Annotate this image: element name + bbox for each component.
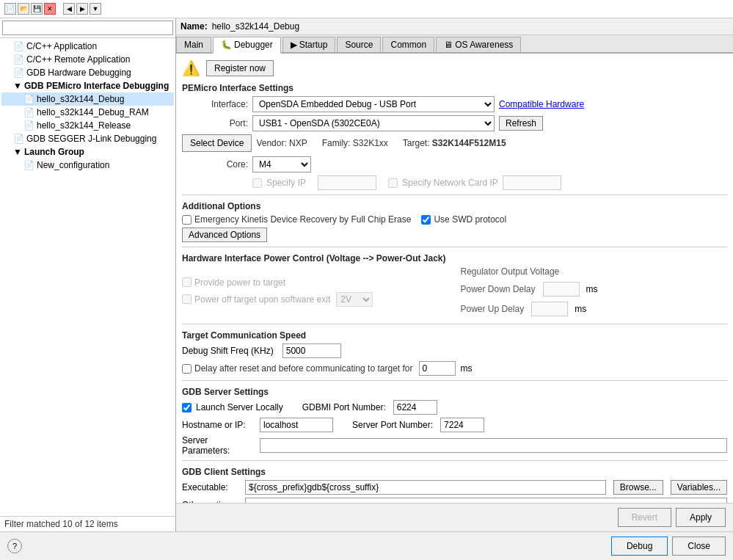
tab-startup[interactable]: ▶ Startup (282, 37, 336, 52)
os-icon: 🖥 (444, 40, 453, 50)
nav-forward-icon[interactable]: ▶ (76, 3, 88, 15)
register-now-button[interactable]: Register now (206, 60, 274, 76)
tab-source[interactable]: Source (337, 37, 381, 52)
select-device-button[interactable]: Select Device (182, 134, 252, 152)
emergency-kinetis-label: Emergency Kinetis Device Recovery by Ful… (194, 214, 411, 225)
delay-checkbox[interactable] (182, 364, 192, 374)
power-off-checkbox[interactable] (182, 294, 192, 304)
specify-ip-label: Specify IP (266, 178, 306, 188)
hello-debug-icon: 📄 (23, 94, 34, 104)
refresh-button[interactable]: Refresh (499, 116, 543, 131)
hello-release-icon: 📄 (23, 120, 34, 131)
server-port-label: Server Port Number: (352, 420, 433, 430)
tab-main[interactable]: Main (176, 37, 211, 52)
specify-ip-input[interactable] (318, 175, 376, 190)
regulator-label: Regulator Output Voltage (461, 266, 560, 277)
close-icon[interactable]: ✕ (44, 3, 56, 15)
tree-item-gdb-segger[interactable]: 📄 GDB SEGGER J-Link Debugging (1, 132, 174, 145)
other-options-row: Other options: (182, 498, 727, 503)
delay-input[interactable] (419, 361, 456, 376)
filter-status: Filter matched 10 of 12 items (0, 516, 175, 531)
tab-common[interactable]: Common (382, 37, 434, 52)
content-area: ⚠️ Register now PEMicro Interface Settin… (176, 54, 733, 503)
tree-item-hello-debug[interactable]: 📄 hello_s32k144_Debug (1, 92, 174, 106)
tree-item-new-config[interactable]: 📄 New_configuration (1, 159, 174, 172)
toolbar: 📄 📂 💾 ✕ ◀ ▶ ▼ (4, 3, 101, 15)
browse-button[interactable]: Browse... (613, 480, 663, 495)
gdb-segger-icon: 📄 (13, 134, 24, 144)
cpp-app-icon: 📄 (13, 41, 24, 51)
use-swd-checkbox[interactable] (421, 215, 431, 225)
family-label: Family: S32K1xx (322, 138, 388, 148)
gdb-hw-icon: 📄 (13, 68, 24, 78)
other-options-input[interactable] (245, 498, 727, 503)
port-select[interactable]: USB1 - OpenSDA (5302CE0A) (252, 115, 495, 131)
debug-shift-input[interactable] (282, 343, 341, 358)
core-select[interactable]: M4 (252, 156, 311, 172)
port-row: Port: USB1 - OpenSDA (5302CE0A) Refresh (182, 115, 727, 131)
specify-ip-checkbox[interactable] (252, 178, 262, 188)
power-up-label: Power Up Delay (461, 304, 525, 314)
delay-label: Delay after reset and before communicati… (194, 363, 413, 374)
debugger-tab-icon: 🐛 (221, 40, 232, 50)
tree-item-cpp-remote[interactable]: 📄 C/C++ Remote Application (1, 53, 174, 66)
power-off-label: Power off target upon software exit (194, 294, 330, 305)
search-bar (0, 18, 175, 38)
provide-power-checkbox[interactable] (182, 277, 192, 287)
launch-locally-label: Launch Server Locally (196, 402, 283, 412)
title-bar: 📄 📂 💾 ✕ ◀ ▶ ▼ (0, 0, 733, 18)
hardware-power-title: Hardware Interface Power Control (Voltag… (182, 253, 727, 263)
bottom-action-bar: Revert Apply (176, 503, 733, 531)
provide-power-row: Provide power to target (182, 277, 449, 288)
executable-input[interactable] (245, 480, 606, 495)
variables-button[interactable]: Variables... (671, 480, 727, 495)
ms-label-1: ms (586, 284, 598, 294)
debug-button[interactable]: Debug (611, 537, 668, 556)
tab-debugger[interactable]: 🐛 Debugger (213, 37, 281, 54)
bottom-bar: ? Debug Close (0, 531, 733, 560)
delay-ms-label: ms (461, 363, 473, 374)
specify-network-card-input[interactable] (503, 175, 561, 190)
server-params-input[interactable] (260, 438, 727, 453)
compatible-hardware-link[interactable]: Compatible Hardware (499, 99, 584, 109)
save-icon[interactable]: 💾 (31, 3, 43, 15)
revert-button[interactable]: Revert (618, 508, 671, 527)
tree-item-hello-release[interactable]: 📄 hello_s32k144_Release (1, 119, 174, 132)
emergency-kinetis-checkbox[interactable] (182, 215, 192, 225)
nav-back-icon[interactable]: ◀ (63, 3, 75, 15)
hostname-input[interactable] (260, 418, 333, 432)
specify-network-card-checkbox[interactable] (388, 178, 398, 188)
power-down-input[interactable] (543, 282, 580, 297)
server-port-input[interactable] (440, 418, 484, 432)
dropdown-icon[interactable]: ▼ (90, 3, 101, 15)
launch-group-icon: ▼ (13, 147, 22, 157)
voltage-select[interactable]: 2V (336, 292, 373, 307)
config-name: hello_s32k144_Debug (212, 21, 299, 32)
launch-locally-row: Launch Server Locally GDBMI Port Number: (182, 400, 727, 415)
tree-item-cpp-app[interactable]: 📄 C/C++ Application (1, 40, 174, 53)
executable-label: Executable: (182, 482, 241, 492)
open-icon[interactable]: 📂 (18, 3, 29, 15)
gdbmi-port-input[interactable] (393, 400, 437, 415)
close-button[interactable]: Close (672, 537, 726, 556)
tree-item-gdb-hw[interactable]: 📄 GDB Hardware Debugging (1, 66, 174, 79)
device-row: Select Device Vendor: NXP Family: S32K1x… (182, 134, 727, 152)
hello-debug-ram-icon: 📄 (23, 107, 34, 117)
launch-locally-checkbox[interactable] (182, 403, 192, 412)
tree-item-launch-group[interactable]: ▼ Launch Group (1, 145, 174, 159)
tab-os-awareness[interactable]: 🖥 OS Awareness (436, 37, 521, 52)
bottom-buttons: Debug Close (611, 537, 726, 556)
power-up-input[interactable] (531, 302, 568, 316)
interface-select[interactable]: OpenSDA Embedded Debug - USB Port (252, 96, 495, 112)
server-params-row: Server Parameters: (182, 435, 727, 456)
search-input[interactable] (2, 21, 173, 35)
new-icon[interactable]: 📄 (4, 3, 16, 15)
tree-item-hello-debug-ram[interactable]: 📄 hello_s32k144_Debug_RAM (1, 106, 174, 119)
apply-button[interactable]: Apply (676, 508, 726, 527)
cpp-remote-icon: 📄 (13, 54, 24, 65)
tree-item-gdb-pemicro[interactable]: ▼ GDB PEMicro Interface Debugging (1, 79, 174, 92)
target-label: Target: S32K144F512M15 (403, 138, 506, 148)
server-params-label: Server Parameters: (182, 435, 255, 456)
help-icon[interactable]: ? (7, 539, 22, 553)
advanced-options-button[interactable]: Advanced Options (182, 228, 267, 242)
